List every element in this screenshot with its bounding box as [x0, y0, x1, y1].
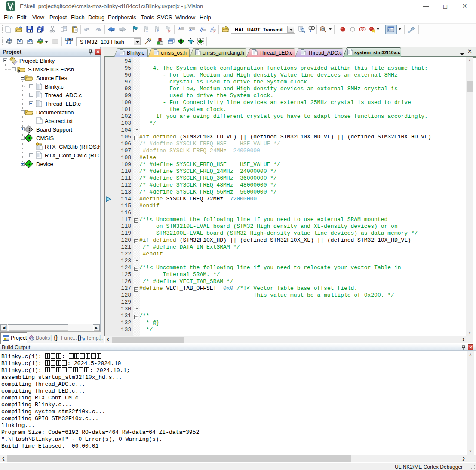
- svg-text:Thread_LED.c: Thread_LED.c: [259, 50, 292, 56]
- svg-text:cmsis_os.h: cmsis_os.h: [161, 50, 187, 56]
- svg-text:Thread_ADC.c: Thread_ADC.c: [308, 50, 342, 56]
- svg-text:system_stm32f10x.c: system_stm32f10x.c: [354, 50, 400, 55]
- svg-text:Blinky.c: Blinky.c: [127, 50, 144, 56]
- svg-text:@: @: [321, 27, 325, 31]
- svg-text:cmsis_armclang.h: cmsis_armclang.h: [203, 50, 244, 56]
- svg-text:s: s: [12, 6, 13, 11]
- svg-text:LOAD: LOAD: [65, 37, 73, 40]
- svg-text:?: ?: [31, 337, 33, 341]
